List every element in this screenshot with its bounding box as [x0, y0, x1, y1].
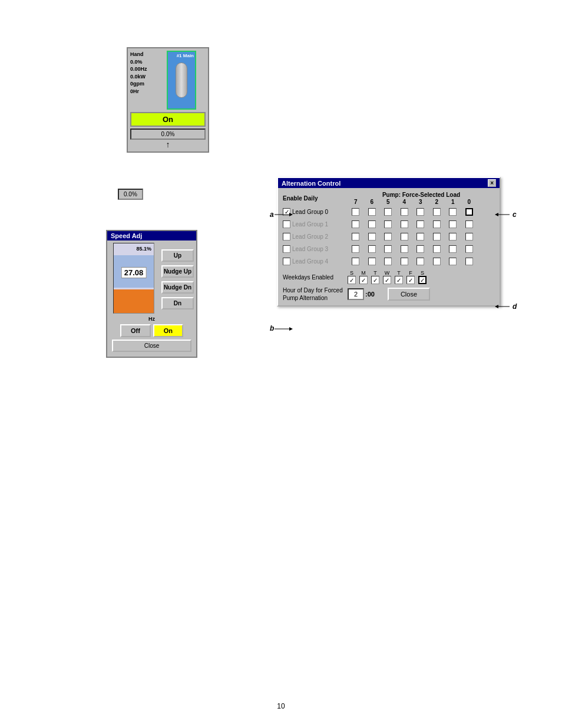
alt-day-s2-label: S [421, 270, 424, 276]
alt-g3-cb7[interactable] [352, 245, 359, 253]
alt-day-m-checkbox[interactable] [359, 276, 368, 284]
alt-group-2-enable-checkbox[interactable] [283, 233, 290, 241]
alt-pump-header: Pump: Force-Selected Load [348, 192, 495, 198]
alt-col-0: 0 [462, 199, 476, 205]
alt-g0-cb1[interactable] [449, 208, 457, 216]
annotation-b: b [270, 324, 274, 332]
alt-g0-cb6[interactable] [368, 208, 376, 216]
alt-day-t1-checkbox[interactable] [371, 276, 379, 284]
pump-widget: Hand 0.0% 0.00Hz 0.0kW 0gpm 0Hr #1 Main … [127, 47, 209, 153]
alt-g4-cb4[interactable] [401, 258, 408, 265]
alt-g2-cb0[interactable] [465, 233, 473, 241]
alt-hour-label: Hour of Day for Forced Pump Alternation [283, 286, 348, 302]
alt-g3-cb6[interactable] [368, 245, 376, 253]
alt-col-6: 6 [365, 199, 379, 205]
alt-g3-cb1[interactable] [449, 245, 457, 253]
speed-onoff-row: Off On [110, 324, 194, 337]
alt-g1-cb0[interactable] [465, 220, 473, 228]
alt-g1-cb1[interactable] [449, 220, 457, 228]
speed-nudge-up-button[interactable]: Nudge Up [161, 265, 194, 278]
speed-adj-title: Speed Adj [107, 231, 196, 241]
alt-g1-cb7[interactable] [352, 220, 359, 228]
alt-g0-cb4[interactable] [401, 208, 408, 216]
alt-g3-cb5[interactable] [384, 245, 392, 253]
alt-g2-cb3[interactable] [416, 233, 424, 241]
alt-g2-cb2[interactable] [433, 233, 441, 241]
alt-g1-cb6[interactable] [368, 220, 376, 228]
alternation-control-close-x[interactable]: × [488, 179, 496, 187]
speed-bar-pct: 85.1% [136, 246, 151, 252]
alt-col-2: 2 [429, 199, 444, 205]
alt-day-s2-checkbox[interactable] [418, 276, 427, 284]
alt-close-button[interactable]: Close [388, 288, 430, 301]
alt-header-row: Enable Daily Pump: Force-Selected Load 7… [283, 192, 495, 205]
pump-up-arrow: ↑ [130, 140, 206, 149]
alt-g2-cb5[interactable] [384, 233, 392, 241]
pump-hz: 0.00Hz [130, 65, 166, 73]
alt-day-s1-checkbox[interactable] [348, 276, 356, 284]
alt-g1-cb2[interactable] [433, 220, 441, 228]
alt-group-2-row: Lead Group 2 [283, 231, 495, 242]
speed-close-button[interactable]: Close [112, 340, 191, 352]
alt-group-3-row: Lead Group 3 [283, 243, 495, 254]
alternation-control-title: Alternation Control [282, 180, 340, 187]
pump-cylinder [176, 62, 187, 98]
alt-group-4-enable-checkbox[interactable] [283, 258, 290, 265]
alt-g0-cb0[interactable] [465, 208, 473, 216]
alt-g1-cb3[interactable] [416, 220, 424, 228]
alt-g4-cb7[interactable] [352, 258, 359, 265]
alt-col-7: 7 [349, 199, 363, 205]
alt-day-f-checkbox[interactable] [406, 276, 415, 284]
alt-g0-cb3[interactable] [416, 208, 424, 216]
alt-g2-cb7[interactable] [352, 233, 359, 241]
alt-g4-cb2[interactable] [433, 258, 441, 265]
alt-g1-cb4[interactable] [401, 220, 408, 228]
speed-on-button[interactable]: On [153, 324, 183, 337]
alt-group-3-enable-checkbox[interactable] [283, 245, 290, 253]
speed-bar-orange [114, 289, 154, 313]
alt-day-t2-checkbox[interactable] [395, 276, 403, 284]
alt-day-t1: T [371, 270, 379, 284]
alt-group-0-label: Lead Group 0 [283, 208, 348, 216]
alt-group-3-checkboxes [348, 245, 477, 253]
alt-g2-cb4[interactable] [401, 233, 408, 241]
alt-g3-cb0[interactable] [465, 245, 473, 253]
alt-g4-cb1[interactable] [449, 258, 457, 265]
alt-g3-cb2[interactable] [433, 245, 441, 253]
alt-weekday-row: Weekdays Enabled S M T W [283, 270, 495, 284]
annotation-a: a [270, 210, 274, 219]
alt-g2-cb6[interactable] [368, 233, 376, 241]
pump-mode: Hand [130, 51, 166, 58]
alt-group-1-enable-checkbox[interactable] [283, 220, 290, 228]
annotation-arrows [0, 0, 562, 728]
alt-g3-cb4[interactable] [401, 245, 408, 253]
alt-hour-input[interactable] [348, 288, 364, 300]
alt-weekday-label: Weekdays Enabled [283, 274, 348, 281]
speed-up-button[interactable]: Up [161, 249, 194, 262]
alt-g0-cb7[interactable] [352, 208, 359, 216]
alt-g0-cb2[interactable] [433, 208, 441, 216]
alt-g1-cb5[interactable] [384, 220, 392, 228]
alt-group-0-enable-checkbox[interactable] [283, 208, 290, 216]
alt-day-w-checkbox[interactable] [383, 276, 391, 284]
speed-nudge-dn-button[interactable]: Nudge Dn [161, 281, 194, 294]
speed-off-button[interactable]: Off [120, 324, 151, 337]
alt-group-1-row: Lead Group 1 [283, 219, 495, 229]
alt-g2-cb1[interactable] [449, 233, 457, 241]
alt-day-f: F [406, 270, 415, 284]
alt-g0-cb5[interactable] [384, 208, 392, 216]
alt-g4-cb3[interactable] [416, 258, 424, 265]
page-number: 10 [277, 702, 285, 710]
alt-col-4: 4 [397, 199, 411, 205]
alt-g4-cb5[interactable] [384, 258, 392, 265]
alt-group-4-checkboxes [348, 258, 477, 265]
alt-group-4-row: Lead Group 4 [283, 256, 495, 266]
alt-g4-cb0[interactable] [465, 258, 473, 265]
pump-on-button[interactable]: On [130, 112, 206, 127]
pump-pct-info: 0.0% [130, 58, 166, 66]
alt-g3-cb3[interactable] [416, 245, 424, 253]
alt-group-1-label: Lead Group 1 [283, 220, 348, 228]
alt-g4-cb6[interactable] [368, 258, 376, 265]
speed-dn-button[interactable]: Dn [161, 297, 194, 309]
alt-day-s1-label: S [350, 270, 353, 276]
